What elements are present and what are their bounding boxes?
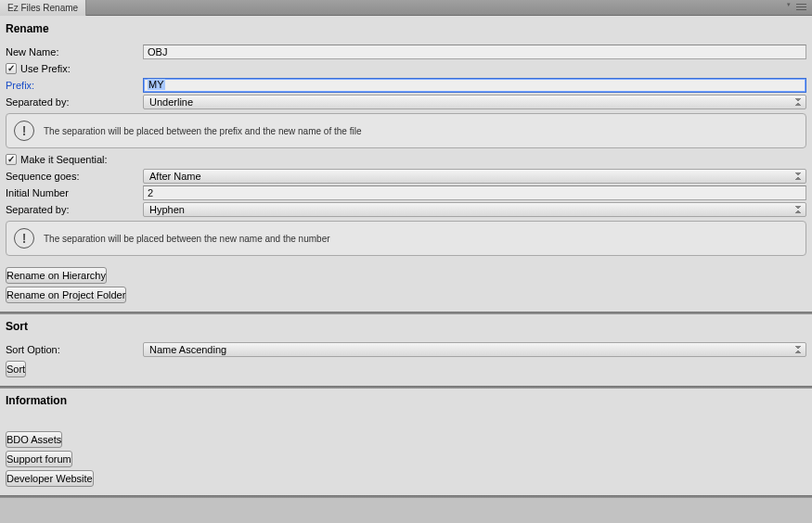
- window-titlebar: Ez Files Rename: [0, 0, 812, 16]
- window-tab[interactable]: Ez Files Rename: [0, 0, 86, 16]
- use-prefix-label: Use Prefix:: [20, 63, 71, 74]
- panel-menu-icon[interactable]: [793, 3, 806, 12]
- sequence-goes-select[interactable]: After Name: [143, 169, 806, 184]
- new-name-input[interactable]: [143, 45, 806, 59]
- separated-by-1-label: Separated by:: [6, 96, 143, 108]
- prefix-input[interactable]: [143, 78, 806, 93]
- use-prefix-checkbox[interactable]: [6, 63, 17, 74]
- initial-number-input[interactable]: [143, 185, 806, 200]
- sort-option-value: Name Ascending: [149, 344, 226, 355]
- make-sequential-checkbox[interactable]: [6, 154, 17, 165]
- sort-button[interactable]: Sort: [6, 361, 26, 377]
- developer-website-button[interactable]: Developer Website: [6, 470, 94, 487]
- separated-by-2-label: Separated by:: [6, 204, 143, 215]
- sequence-goes-label: Sequence goes:: [6, 171, 143, 182]
- info-icon: !: [14, 121, 34, 141]
- information-header: Information: [0, 389, 812, 412]
- sort-header: Sort: [0, 314, 812, 338]
- initial-number-label: Initial Number: [6, 187, 143, 198]
- rename-header: Rename: [0, 16, 812, 40]
- window-tab-title: Ez Files Rename: [7, 3, 78, 13]
- sort-option-label: Sort Option:: [6, 344, 143, 355]
- separated-by-1-select[interactable]: Underline: [143, 95, 806, 109]
- support-forum-button[interactable]: Support forum: [6, 451, 72, 467]
- bdo-assets-button[interactable]: BDO Assets: [6, 431, 62, 448]
- separated-by-2-value: Hyphen: [149, 204, 185, 215]
- make-sequential-label: Make it Sequential:: [20, 154, 108, 165]
- help-number-separation: ! The separation will be placed between …: [6, 221, 806, 256]
- sequence-goes-value: After Name: [149, 171, 201, 182]
- separated-by-1-value: Underline: [149, 96, 193, 108]
- help-prefix-separation: ! The separation will be placed between …: [6, 113, 806, 148]
- info-icon: !: [14, 228, 34, 249]
- rename-project-button[interactable]: Rename on Project Folder: [6, 287, 126, 303]
- separated-by-2-select[interactable]: Hyphen: [143, 202, 806, 217]
- sort-option-select[interactable]: Name Ascending: [143, 342, 806, 357]
- rename-hierarchy-button[interactable]: Rename on Hierarchy: [6, 267, 107, 284]
- prefix-label: Prefix:: [6, 80, 143, 91]
- new-name-label: New Name:: [6, 46, 143, 57]
- help-number-text: The separation will be placed between th…: [44, 234, 330, 244]
- help-prefix-text: The separation will be placed between th…: [44, 126, 361, 136]
